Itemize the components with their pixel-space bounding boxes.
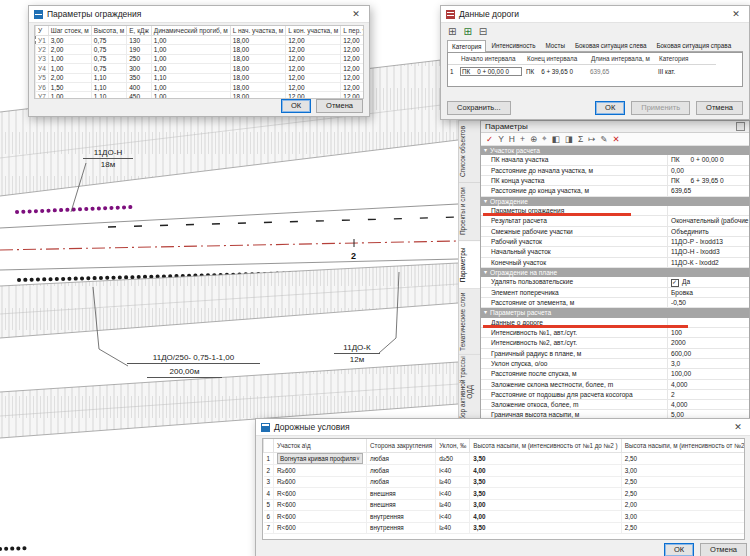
interval-end-cell[interactable]: ПК 6 + 39,65 0 (524, 65, 588, 78)
table-row: У41,000,753001,0018,0012,0012,00 (36, 64, 365, 73)
select-icon[interactable]: Y (498, 134, 504, 144)
fit-target-icon[interactable]: ⌖ (542, 133, 547, 144)
intervals-table: Начало интервалаКонец интервалаДлина инт… (447, 52, 743, 87)
collapse-arrow-icon: ▾ (484, 308, 487, 318)
save-button[interactable]: Сохранить... (447, 101, 511, 115)
interval-insert-icon[interactable]: ⊞ (463, 26, 471, 37)
table-row: У61,501,104001,0018,0012,0012,00 (36, 82, 365, 91)
edit-pencil-icon[interactable]: ✎ (600, 134, 607, 144)
table-row: У52,001,103501,1018,0012,0012,00 (36, 73, 365, 82)
close-icon[interactable]: ✕ (728, 9, 744, 19)
property-row-guardrail-params: Параметры ограждения (481, 206, 749, 216)
table-row: 5R<600внешняяi≥403,002,00 (264, 499, 746, 511)
tab-side-right[interactable]: Боковая ситуация справа (651, 39, 736, 51)
tab-parameters[interactable]: Параметры (459, 241, 480, 289)
section-header[interactable]: ▾Параметры расчета (481, 308, 749, 318)
property-row: Расстояние до конца участка, м639,65 (481, 186, 749, 196)
section-header[interactable]: ▾Ограждение на плане (481, 268, 749, 278)
select-left-icon[interactable]: ◧ (552, 134, 560, 144)
ok-button[interactable]: ОК (595, 101, 625, 115)
cancel-button[interactable]: Отмена (316, 99, 363, 113)
guardrail-end-label: 11ДО-К (334, 342, 380, 354)
guardrail-start-chain[interactable] (17, 207, 133, 212)
property-row: Интенсивность №2, авт./сут.2000 (481, 338, 749, 348)
road-data-dialog: Данные дороги ✕ ⊞ ⊞ ⊟ Категория Интенсив… (440, 5, 750, 120)
panel-title-bar: Параметры (481, 121, 749, 133)
table-row: 1 ПК 0 + 00,00 0 ПК 6 + 39,65 0 639,65 I… (448, 65, 716, 78)
apply-button[interactable]: Применить (631, 101, 690, 115)
section-header[interactable]: ▾Участок расчета (481, 146, 749, 156)
ok-button[interactable]: ОК (281, 99, 311, 113)
guardrail-start-length: 18м (83, 159, 133, 170)
panel-toolbar: ✓ Y Н + ⊕ ⌖ ◧ ◨ Σ ↦ ✎ ✕ (481, 133, 749, 146)
tab-category[interactable]: Категория (447, 40, 486, 52)
interval-category-cell[interactable]: III кат. (656, 65, 716, 78)
dialog-title: Данные дороги (459, 9, 519, 19)
property-row-road-data: Данные о дороге (481, 318, 749, 328)
property-row: Граничный радиус в плане, м600,00 (481, 349, 749, 359)
table-row: У31,000,752501,0018,0012,0012,00 (36, 54, 365, 63)
annotation-underline (483, 213, 631, 216)
tab-thematic-layers[interactable]: Тематические слои (459, 289, 480, 355)
sum-icon[interactable]: Σ (578, 134, 583, 144)
km-marker-label: 2 (351, 251, 356, 261)
interval-split-icon[interactable]: ⊟ (479, 26, 487, 37)
guardrail-existing-length: 200,00м (147, 366, 222, 378)
property-row: Смежные рабочие участкиОбъединить (481, 227, 749, 237)
dialog-icon (446, 10, 455, 19)
tab-bar: Категория Интенсивность Мосты Боковая си… (447, 39, 743, 52)
tab-bridges[interactable]: Мосты (541, 39, 570, 51)
tab-side-left[interactable]: Боковая ситуация слева (570, 39, 651, 51)
panel-title: Параметры (485, 122, 528, 131)
center-target-icon[interactable]: ⊕ (530, 134, 537, 144)
apply-check-icon[interactable]: ✓ (486, 134, 493, 144)
property-row: Результат расчетаОкончательный (рабочие … (481, 216, 749, 226)
lane-dashed-line (108, 217, 458, 227)
checkbox-icon[interactable] (671, 279, 679, 287)
tab-intensity[interactable]: Интенсивность (486, 39, 540, 51)
close-icon[interactable]: ✕ (730, 422, 746, 432)
interval-length-cell: 639,65 (588, 65, 656, 78)
dialog-title: Дорожные условия (274, 422, 350, 432)
table-row: 6R<600внутренняяi<404,003,00 (264, 511, 746, 523)
dialog-icon (261, 423, 270, 432)
property-row: Удалять пользовательскиеДа (481, 277, 749, 287)
collapse-arrow-icon: ▾ (484, 268, 487, 278)
delete-icon[interactable]: ✕ (612, 134, 619, 144)
move-icon[interactable]: + (520, 134, 525, 144)
interval-start-cell[interactable]: ПК 0 + 00,00 0 (460, 67, 522, 76)
table-row: У71,001,104501,0018,0012,0012,00 (36, 92, 365, 99)
collapse-arrow-icon: ▾ (484, 197, 487, 207)
interval-add-icon[interactable]: ⊞ (448, 26, 456, 37)
dialog-icon (34, 10, 43, 19)
road-lines (0, 204, 458, 270)
select-right-icon[interactable]: ◨ (565, 134, 573, 144)
section-type-combobox[interactable]: Вогнутая кривая профиля∨ (277, 453, 363, 464)
property-row: ПК начала участкаПК 0 + 00,00 0 (481, 155, 749, 165)
tab-object-list[interactable]: Список объектов (459, 121, 480, 183)
property-row: Конечный участок11ДО-К - lxodd2 (481, 258, 749, 268)
property-row: Расстояние после спуска, м100,00 (481, 369, 749, 379)
parameters-panel: Список объектов Проекты и слои Параметры… (458, 120, 750, 432)
chevron-down-icon: ∨ (356, 454, 360, 463)
guardrail-bottom-chain (0, 548, 30, 549)
annotation-underline (483, 325, 688, 328)
pin-icon[interactable] (736, 122, 745, 131)
table-row: 1 Вогнутая кривая профиля∨ любая d≥50 3,… (264, 453, 746, 465)
axis-centerline (0, 241, 458, 250)
h-mode-icon[interactable]: Н (509, 134, 515, 144)
guardrail-start-label: 11ДО-Н (83, 147, 133, 159)
table-row: 3R≥600любаяi≥403,502,50 (264, 476, 746, 488)
property-row: Уклон спуска, о/оо3,0 (481, 359, 749, 369)
cancel-button[interactable]: Отмена (700, 543, 747, 556)
ok-button[interactable]: ОК (664, 543, 694, 556)
table-row: У22,000,751901,0018,0012,0012,00 (36, 45, 365, 54)
slope-band-middle (0, 263, 458, 338)
table-row: 2R≥600любаяi<404,003,00 (264, 465, 746, 477)
close-icon[interactable]: ✕ (348, 9, 364, 19)
insert-icon[interactable]: ↦ (588, 134, 595, 144)
cancel-button[interactable]: Отмена (696, 101, 743, 115)
section-header[interactable]: ▾Ограждение (481, 197, 749, 207)
tab-projects-layers[interactable]: Проекты и слои (459, 183, 480, 241)
road-conditions-dialog: Дорожные условия ✕ Участок а\д Сторона з… (255, 418, 750, 556)
